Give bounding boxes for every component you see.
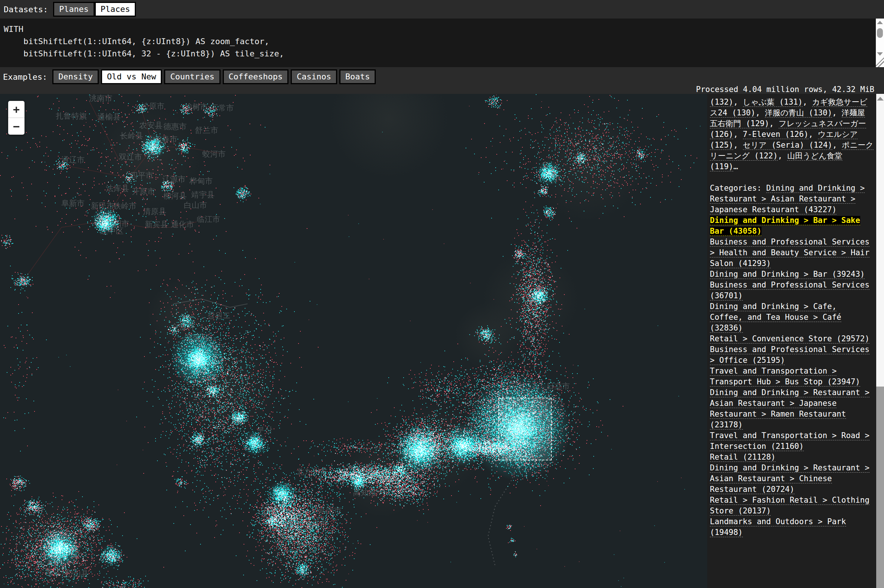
category-link[interactable]: Dining and Drinking > Restaurant > Asian…	[710, 388, 869, 430]
example-button-countries[interactable]: Countries	[164, 69, 220, 84]
resize-grip-icon[interactable]	[876, 57, 884, 67]
scroll-down-icon[interactable]	[877, 52, 883, 56]
example-button-boats[interactable]: Boats	[339, 69, 376, 84]
category-link[interactable]: Retail > Convenience Store (29572)	[710, 334, 869, 344]
examples-label: Examples:	[3, 72, 47, 82]
brand-link[interactable]: しゃぶ葉 (131)	[743, 98, 803, 107]
datasets-label: Datasets:	[4, 5, 48, 14]
datasets-button-group: PlanesPlaces	[53, 2, 136, 17]
examples-toolbar: Examples: DensityOld vs NewCountriesCoff…	[0, 67, 884, 94]
sidebar-scrollbar[interactable]	[876, 94, 884, 588]
brand-link[interactable]: セリア (Seria) (124)	[743, 141, 832, 150]
map-selection-box[interactable]	[498, 398, 552, 460]
example-button-density[interactable]: Density	[53, 69, 99, 84]
examples-row: Examples: DensityOld vs NewCountriesCoff…	[0, 67, 884, 86]
map-viewport[interactable]: + −	[0, 94, 707, 588]
category-link[interactable]: Dining and Drinking > Cafe, Coffee, and …	[710, 302, 841, 333]
example-button-casinos[interactable]: Casinos	[291, 69, 337, 84]
brands-list: (132), しゃぶ葉 (131), カギ救急サービス24 (130), 洋服の…	[710, 97, 874, 172]
sql-editor-area: WITH bitShiftLeft(1::UInt64, {z:UInt8}) …	[0, 18, 884, 67]
dataset-button-planes[interactable]: Planes	[53, 2, 94, 17]
category-link[interactable]: Business and Professional Services > Off…	[710, 345, 869, 365]
map-canvas[interactable]	[0, 94, 707, 588]
category-link[interactable]: Travel and Transportation > Transport Hu…	[710, 366, 860, 387]
category-link[interactable]: Business and Professional Services (3670…	[710, 280, 869, 300]
categories-label: Categories:	[710, 184, 766, 192]
example-button-old-vs-new[interactable]: Old vs New	[101, 69, 162, 84]
category-link[interactable]: Dining and Drinking > Bar (39243)	[710, 270, 865, 279]
zoom-out-button[interactable]: −	[8, 118, 24, 135]
sql-scrollbar-thumb[interactable]	[877, 28, 883, 38]
zoom-in-button[interactable]: +	[8, 101, 24, 118]
scroll-up-icon[interactable]	[877, 97, 884, 100]
category-link-highlighted[interactable]: Dining and Drinking > Bar > Sake Bar (43…	[710, 216, 860, 236]
categories-list: Categories: Dining and Drinking > Restau…	[710, 183, 874, 538]
brand-link[interactable]: (132)	[710, 98, 733, 107]
category-link[interactable]: Dining and Drinking > Restaurant > Asian…	[710, 464, 869, 494]
query-status-text: Processed 4.04 million rows, 42.32 MiB	[696, 85, 874, 94]
example-button-coffeeshops[interactable]: Coffeeshops	[223, 69, 289, 84]
sql-scrollbar[interactable]	[876, 18, 884, 67]
category-link[interactable]: Business and Professional Services > Hea…	[710, 237, 869, 268]
map-zoom-control: + −	[8, 101, 24, 135]
app-window: Datasets: PlanesPlaces WITH bitShiftLeft…	[0, 0, 884, 588]
content-row: + − (132), しゃぶ葉 (131), カギ救急サービス24 (130),…	[0, 94, 884, 588]
sidebar-text: (132), しゃぶ葉 (131), カギ救急サービス24 (130), 洋服の…	[710, 97, 874, 538]
brand-link[interactable]: 7-Eleven (126)	[743, 130, 809, 139]
results-sidebar: (132), しゃぶ葉 (131), カギ救急サービス24 (130), 洋服の…	[707, 94, 884, 588]
category-link[interactable]: Retail (21128)	[710, 453, 776, 462]
datasets-bar: Datasets: PlanesPlaces	[0, 0, 884, 18]
examples-button-group: DensityOld vs NewCountriesCoffeeshopsCas…	[53, 69, 378, 84]
category-link[interactable]: Retail > Fashion Retail > Clothing Store…	[710, 496, 869, 516]
sidebar-scrollbar-thumb[interactable]	[876, 387, 884, 588]
category-link[interactable]: Travel and Transportation > Road > Inter…	[710, 431, 869, 451]
category-link[interactable]: Landmarks and Outdoors > Park (19498)	[710, 517, 846, 537]
dataset-button-places[interactable]: Places	[95, 2, 136, 17]
sql-editor[interactable]: WITH bitShiftLeft(1::UInt64, {z:UInt8}) …	[0, 18, 884, 60]
brand-link[interactable]: 洋服の青山 (130)	[765, 108, 832, 118]
scroll-up-icon[interactable]	[877, 21, 883, 24]
